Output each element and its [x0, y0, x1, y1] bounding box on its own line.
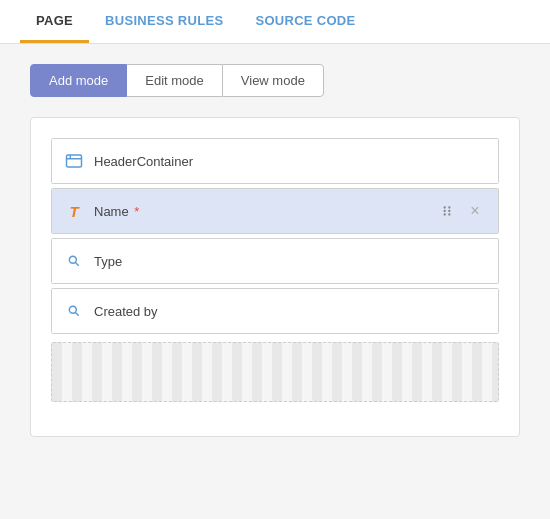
top-navigation: PAGE BUSINESS RULES SOURCE CODE: [0, 0, 550, 44]
field-label-created-by: Created by: [94, 304, 486, 319]
mode-bar: Add mode Edit mode View mode: [30, 64, 520, 97]
svg-line-12: [75, 312, 78, 315]
view-mode-button[interactable]: View mode: [222, 64, 324, 97]
drag-handle-button[interactable]: [436, 200, 458, 222]
tab-business-rules[interactable]: BUSINESS RULES: [89, 1, 239, 43]
tab-page[interactable]: PAGE: [20, 1, 89, 43]
required-indicator: *: [131, 204, 140, 219]
search-icon: [64, 251, 84, 271]
svg-point-9: [69, 256, 76, 263]
drop-zone[interactable]: [51, 342, 499, 402]
list-item[interactable]: Type: [52, 239, 498, 283]
svg-point-11: [69, 306, 76, 313]
field-container-created-by: Created by: [51, 288, 499, 334]
svg-point-7: [444, 213, 446, 215]
edit-mode-button[interactable]: Edit mode: [127, 64, 222, 97]
field-container-name: T Name * ×: [51, 188, 499, 234]
header-icon: [64, 151, 84, 171]
list-item[interactable]: Created by: [52, 289, 498, 333]
canvas-area: HeaderContainer T Name *: [30, 117, 520, 437]
add-mode-button[interactable]: Add mode: [30, 64, 127, 97]
field-label-type: Type: [94, 254, 486, 269]
main-content: Add mode Edit mode View mode HeaderConta…: [0, 44, 550, 457]
svg-point-6: [448, 210, 450, 212]
close-button[interactable]: ×: [464, 200, 486, 222]
field-actions: ×: [436, 200, 486, 222]
field-container-type: Type: [51, 238, 499, 284]
field-container-header: HeaderContainer: [51, 138, 499, 184]
svg-rect-0: [67, 155, 82, 167]
tab-source-code[interactable]: SOURCE CODE: [239, 1, 371, 43]
svg-point-3: [444, 206, 446, 208]
list-item[interactable]: T Name * ×: [52, 189, 498, 233]
list-item[interactable]: HeaderContainer: [52, 139, 498, 183]
field-label-header: HeaderContainer: [94, 154, 486, 169]
svg-point-8: [448, 213, 450, 215]
svg-point-4: [448, 206, 450, 208]
svg-point-5: [444, 210, 446, 212]
text-icon: T: [64, 201, 84, 221]
search-icon: [64, 301, 84, 321]
field-label-name: Name *: [94, 204, 436, 219]
svg-line-10: [75, 262, 78, 265]
